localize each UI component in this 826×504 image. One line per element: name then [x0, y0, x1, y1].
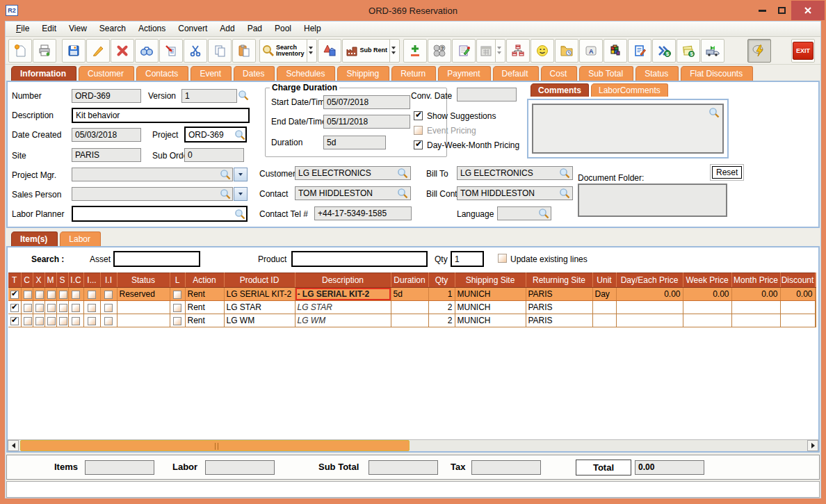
cell-action[interactable]: Rent	[185, 301, 224, 314]
project-mgr-search-icon[interactable]	[220, 169, 231, 180]
product-search-input[interactable]	[291, 251, 428, 267]
row-checkbox-i[interactable]	[88, 304, 96, 312]
print-button[interactable]	[33, 39, 56, 63]
cell-unit[interactable]	[592, 314, 616, 327]
row-checkbox-c[interactable]	[24, 304, 32, 312]
customer-search-icon[interactable]	[397, 168, 408, 179]
cell-status[interactable]: Reserved	[117, 288, 170, 301]
column-header[interactable]: Status	[117, 273, 170, 288]
tab-customer[interactable]: Customer	[79, 66, 134, 81]
calendar-button[interactable]	[476, 39, 505, 63]
column-header[interactable]: Returning Site	[526, 273, 592, 288]
org-structure-button[interactable]	[506, 39, 530, 63]
tab-default[interactable]: Default	[493, 66, 539, 81]
tab-dates[interactable]: Dates	[234, 66, 275, 81]
end-date-field[interactable]	[323, 115, 410, 129]
row-checkbox-ii[interactable]	[104, 317, 113, 325]
row-checkbox-ic[interactable]	[72, 304, 80, 312]
qty-input[interactable]	[451, 251, 484, 267]
cell-product-id[interactable]: LG STAR	[224, 301, 295, 314]
tab-return[interactable]: Return	[391, 66, 436, 81]
sales-person-dropdown[interactable]	[234, 187, 248, 201]
show-suggestions-checkbox[interactable]	[414, 111, 423, 120]
cell-shipping-site[interactable]: MUNICH	[455, 288, 526, 301]
notes-button[interactable]	[452, 39, 476, 63]
cell-month-price[interactable]	[731, 314, 780, 327]
table-row[interactable]: Rent LG STAR LG STAR 2 MUNICH PARIS	[8, 301, 816, 314]
bill-to-search-icon[interactable]	[559, 168, 570, 179]
column-header[interactable]: L	[170, 273, 185, 288]
edit-button[interactable]	[86, 39, 110, 63]
tab-items[interactable]: Item(s)	[11, 231, 58, 246]
version-field[interactable]	[181, 89, 237, 103]
cell-returning-site[interactable]: PARIS	[526, 288, 592, 301]
scroll-left-button[interactable]	[8, 440, 19, 451]
sub-orders-field[interactable]	[184, 148, 244, 162]
shipping-button[interactable]	[701, 39, 724, 63]
column-header[interactable]: Day/Each Price	[616, 273, 683, 288]
cell-qty[interactable]: 2	[428, 314, 455, 327]
cell-qty[interactable]: 1	[428, 288, 455, 301]
column-header[interactable]: I.I	[100, 273, 117, 288]
copy-button[interactable]	[208, 39, 232, 63]
column-header[interactable]: S	[56, 273, 68, 288]
find-button[interactable]	[135, 39, 159, 63]
column-header[interactable]: M	[44, 273, 56, 288]
row-checkbox-l[interactable]	[173, 317, 181, 325]
row-checkbox-x[interactable]	[35, 304, 44, 312]
sales-person-field[interactable]	[72, 187, 233, 201]
cell-returning-site[interactable]: PARIS	[526, 301, 592, 314]
row-checkbox-s[interactable]	[59, 291, 67, 299]
minimize-button[interactable]	[752, 1, 772, 20]
cell-day-price[interactable]	[616, 301, 683, 314]
column-header[interactable]: X	[33, 273, 44, 288]
cell-product-id[interactable]: LG SERIAL KIT-2	[224, 288, 295, 301]
event-pricing-checkbox[interactable]	[414, 126, 423, 135]
search-inventory-button[interactable]: SearchInventory	[259, 39, 317, 63]
contact-tel-field[interactable]	[314, 206, 412, 220]
save-button[interactable]	[62, 39, 86, 63]
project-search-icon[interactable]	[234, 129, 245, 140]
document-folder-box[interactable]	[578, 184, 727, 217]
close-button[interactable]	[791, 1, 825, 20]
row-checkbox-t[interactable]	[10, 304, 19, 312]
cell-month-price[interactable]	[731, 301, 780, 314]
menu-edit[interactable]: Edit	[35, 22, 63, 36]
contact-button[interactable]	[531, 39, 554, 63]
row-checkbox-m[interactable]	[47, 317, 56, 325]
shortcut-key-button[interactable]: A	[579, 39, 603, 63]
paste-special-button[interactable]	[159, 39, 183, 63]
cell-week-price[interactable]	[683, 314, 731, 327]
tab-labor[interactable]: Labor	[60, 231, 101, 246]
column-header[interactable]: C	[21, 273, 33, 288]
row-checkbox-m[interactable]	[47, 291, 56, 299]
tab-status[interactable]: Status	[635, 66, 679, 81]
column-header[interactable]: Duration	[391, 273, 428, 288]
column-header[interactable]: Product ID	[224, 273, 295, 288]
cell-duration[interactable]	[391, 314, 428, 327]
project-mgr-field[interactable]	[72, 168, 233, 181]
add-line-button[interactable]	[403, 39, 427, 63]
menu-pad[interactable]: Pad	[241, 22, 268, 36]
menu-convert[interactable]: Convert	[172, 22, 213, 36]
cell-description[interactable]: LG WM	[295, 314, 391, 327]
search-inventory-dropdown[interactable]	[307, 40, 314, 62]
tab-information[interactable]: Information	[11, 66, 76, 81]
paste-button[interactable]	[232, 39, 256, 63]
transfer-charges-button[interactable]: $	[652, 39, 676, 63]
cell-discount[interactable]	[780, 314, 815, 327]
cell-duration[interactable]: 5d	[391, 288, 428, 301]
cell-shipping-site[interactable]: MUNICH	[455, 314, 526, 327]
asset-search-input[interactable]	[113, 251, 200, 267]
column-header[interactable]: T	[8, 273, 21, 288]
contact-field[interactable]	[295, 186, 411, 200]
cut-button[interactable]	[184, 39, 207, 63]
exit-button[interactable]: EXIT	[791, 39, 815, 63]
cell-product-id[interactable]: LG WM	[224, 314, 295, 327]
row-checkbox-c[interactable]	[24, 317, 32, 325]
sub-rent-button[interactable]: Sub Rent	[342, 39, 400, 63]
row-checkbox-l[interactable]	[173, 291, 181, 299]
tab-cost[interactable]: Cost	[541, 66, 578, 81]
column-header[interactable]: Week Price	[683, 273, 731, 288]
quick-action-button[interactable]	[747, 39, 771, 63]
